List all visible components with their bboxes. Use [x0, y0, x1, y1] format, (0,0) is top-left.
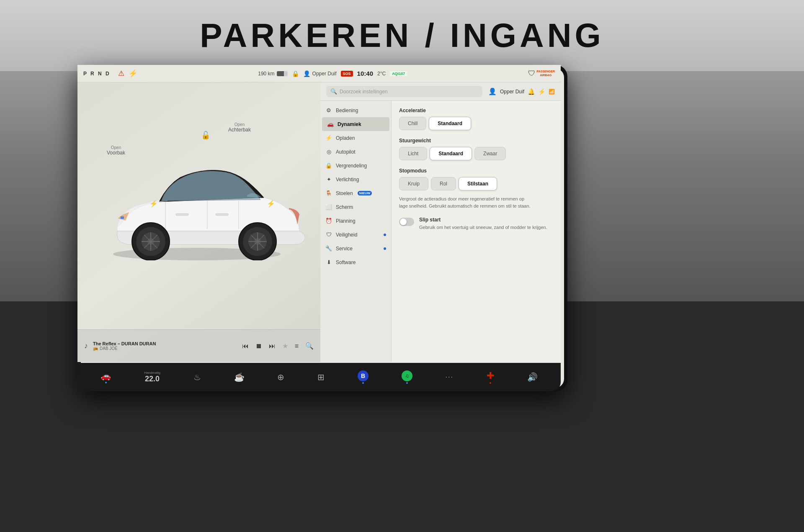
dynamiek-icon: 🚗: [327, 121, 334, 127]
stopmodus-title: Stopmodus: [399, 168, 553, 174]
taskbar-spotify[interactable]: ♫: [402, 370, 412, 384]
software-label: Software: [336, 260, 356, 265]
taskbar-seat-heat[interactable]: ♨: [193, 372, 201, 382]
more-icon: ···: [446, 373, 454, 381]
seat-heat-icon: ♨: [193, 372, 201, 382]
bluetooth-icon-header[interactable]: ⚡: [538, 88, 545, 95]
opladen-icon: ⚡: [325, 135, 332, 141]
search-music-button[interactable]: 🔍: [305, 342, 314, 350]
bediening-label: Bediening: [336, 108, 358, 113]
bediening-icon: ⚙: [325, 107, 332, 113]
nav-item-bediening[interactable]: ⚙ Bediening: [320, 103, 391, 117]
stop-button[interactable]: ⏹: [255, 342, 262, 350]
open-achterbak-label: Open Achterbak: [228, 122, 251, 133]
taskbar-cup-heat[interactable]: ☕: [234, 372, 245, 382]
svg-rect-22: [121, 216, 124, 219]
signal-icon: 📶: [549, 89, 555, 95]
opladen-label: Opladen: [336, 135, 355, 141]
taskbar-temp[interactable]: Handmatig 22.0: [144, 371, 160, 383]
tablet-screen: P R N D ⚠ ⚡ 190 km 🔒 👤 Opper Duif: [81, 68, 564, 388]
next-button[interactable]: ⏭: [269, 342, 276, 350]
zwaar-button[interactable]: Zwaar: [474, 147, 506, 160]
nav-item-autopilot[interactable]: ◎ Autopilot: [320, 145, 391, 159]
aqi-badge: AQI107: [390, 71, 407, 76]
kruip-button[interactable]: Kruip: [399, 177, 428, 190]
chill-button[interactable]: Chill: [399, 117, 426, 130]
taskbar-bluetooth[interactable]: B: [358, 370, 368, 384]
music-info: The Reflex – DURAN DURAN 📻 DAB JOE: [93, 341, 237, 351]
slip-start-toggle[interactable]: [399, 218, 414, 226]
favorite-button[interactable]: ★: [282, 342, 288, 350]
planning-icon: ⏰: [325, 218, 332, 224]
dynamiek-label: Dynamiek: [338, 121, 361, 127]
user-avatar-icon: 👤: [488, 87, 497, 95]
climate-icon: 🚗: [100, 371, 111, 381]
stoelen-icon: 🪑: [325, 190, 332, 196]
stopmodus-options: Kruip Rol Stilstaan: [399, 177, 553, 190]
prev-button[interactable]: ⏮: [242, 342, 249, 350]
nav-item-vergrendeling[interactable]: 🔒 Vergrendeling: [320, 159, 391, 172]
search-box[interactable]: 🔍 Doorzoek instellingen: [326, 86, 482, 97]
taskbar-climate[interactable]: 🚗: [100, 371, 111, 383]
svg-rect-20: [176, 213, 188, 216]
bell-icon[interactable]: 🔔: [528, 88, 535, 95]
music-note-icon: ♪: [84, 342, 88, 350]
music-controls: ⏮ ⏹ ⏭ ★ ≡ 🔍: [242, 342, 314, 350]
volume-icon: 🔊: [527, 372, 538, 382]
scherm-icon: ⬜: [325, 204, 332, 210]
fan-icon: ⊕: [277, 372, 284, 382]
vergrendeling-label: Vergrendeling: [336, 163, 367, 169]
search-icon: 🔍: [330, 88, 337, 95]
nav-item-dynamiek[interactable]: 🚗 Dynamiek: [322, 117, 389, 131]
nav-item-scherm[interactable]: ⬜ Scherm: [320, 200, 391, 214]
veiligheid-dot: [384, 234, 386, 236]
queue-button[interactable]: ≡: [295, 342, 299, 350]
stilstaan-button[interactable]: Stilstaan: [459, 177, 497, 190]
nav-item-veiligheid[interactable]: 🛡 Veiligheid: [320, 228, 391, 242]
nav-item-stoelen[interactable]: 🪑 Stoelen NIEUW: [320, 186, 391, 200]
sos-badge[interactable]: SOS: [341, 71, 353, 77]
standaard-accel-button[interactable]: Standaard: [429, 117, 471, 130]
bluetooth-icon: B: [361, 373, 365, 379]
taskbar-fan[interactable]: ⊕: [277, 372, 284, 382]
verlichting-label: Verlichting: [336, 177, 359, 182]
time-display: 10:40: [357, 70, 373, 77]
slip-start-title: Slip start: [419, 217, 547, 223]
range-display: 190 km: [258, 71, 287, 77]
licht-button[interactable]: Licht: [399, 147, 427, 160]
driver-name-header: 👤 Opper Duif: [303, 70, 337, 77]
open-achterbak-open: Open: [228, 122, 251, 127]
handmatig-label: Handmatig: [144, 371, 160, 375]
user-name-settings: Opper Duif: [500, 89, 524, 95]
planning-label: Planning: [336, 218, 356, 224]
cup-heat-icon: ☕: [234, 372, 245, 382]
nav-item-verlichting[interactable]: ✦ Verlichting: [320, 172, 391, 186]
stuurgewicht-title: Stuurgewicht: [399, 138, 553, 144]
prnd-display: P R N D: [83, 71, 111, 77]
parking-sign-text: PARKEREN / INGANG: [200, 16, 604, 55]
verlichting-icon: ✦: [325, 176, 332, 182]
stoelen-badge: NIEUW: [358, 191, 372, 195]
user-section: 👤 Opper Duif 🔔 ⚡ 📶: [488, 87, 555, 95]
taskbar-apps[interactable]: ⊞: [317, 372, 325, 382]
settings-nav: ⚙ Bediening 🚗 Dynamiek ⚡ Opladen: [320, 101, 392, 362]
tablet-frame: P R N D ⚠ ⚡ 190 km 🔒 👤 Opper Duif: [77, 65, 567, 391]
standaard-stuur-button[interactable]: Standaard: [430, 147, 472, 160]
taskbar-volume[interactable]: 🔊: [527, 372, 538, 382]
rol-button[interactable]: Rol: [431, 177, 456, 190]
nav-item-service[interactable]: 🔧 Service: [320, 242, 391, 255]
stuurgewicht-section: Stuurgewicht Licht Standaard Zwaar: [399, 138, 553, 160]
lock-icon: 🔒: [292, 70, 299, 77]
nav-item-software[interactable]: ⬇ Software: [320, 255, 391, 269]
taskbar-safety[interactable]: ✚: [487, 370, 494, 384]
stopmodus-desc: Vergroot de actieradius door meer regene…: [399, 195, 533, 209]
taskbar-more[interactable]: ···: [446, 373, 454, 381]
stopmodus-section: Stopmodus Kruip Rol Stilstaan: [399, 168, 553, 190]
software-icon: ⬇: [325, 259, 332, 265]
service-label: Service: [336, 246, 353, 252]
nav-item-planning[interactable]: ⏰ Planning: [320, 214, 391, 228]
open-achterbak-text: Achterbak: [228, 127, 251, 133]
svg-rect-21: [216, 213, 228, 216]
nav-item-opladen[interactable]: ⚡ Opladen: [320, 131, 391, 145]
veiligheid-icon: 🛡: [325, 231, 332, 238]
